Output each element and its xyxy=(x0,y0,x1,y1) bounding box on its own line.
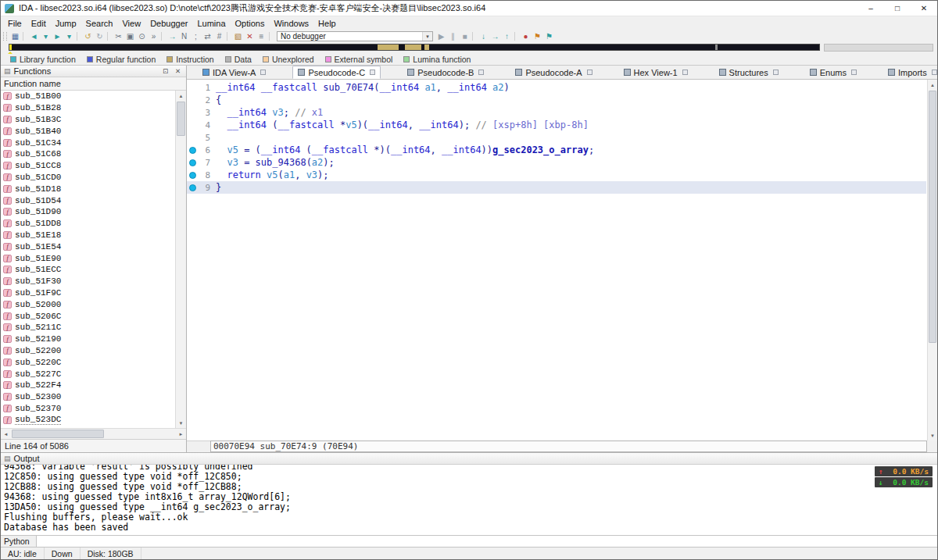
breakpoints-icon[interactable]: ● xyxy=(520,31,532,42)
function-row[interactable]: fsub_51D54 xyxy=(1,194,175,206)
line-address-dot[interactable] xyxy=(187,159,198,166)
scroll-left-button[interactable]: ◄ xyxy=(1,429,11,439)
output-panel-titlebar[interactable]: ▤ Output xyxy=(1,453,937,465)
function-row[interactable]: fsub_51E54 xyxy=(1,241,175,252)
tab-close-box[interactable] xyxy=(932,70,937,75)
menu-edit[interactable]: Edit xyxy=(27,16,51,30)
menu-file[interactable]: File xyxy=(3,16,27,30)
rename-icon[interactable]: N xyxy=(178,31,190,42)
code-line[interactable]: 1__int64 __fastcall sub_70E74(__int64 a1… xyxy=(187,81,926,94)
tab-hex-view-1[interactable]: Hex View-1 xyxy=(619,66,693,79)
code-line[interactable]: 6 v5 = (__int64 (__fastcall *)(__int64, … xyxy=(187,144,926,156)
copy-icon[interactable]: ▣ xyxy=(124,31,136,42)
function-row[interactable]: fsub_52000 xyxy=(1,298,175,310)
forward-history-icon[interactable]: ▾ xyxy=(63,31,75,42)
save-icon[interactable]: ▦ xyxy=(9,31,21,42)
scroll-thumb[interactable] xyxy=(929,91,936,343)
debugger-select[interactable]: No debugger ▼ xyxy=(277,31,433,41)
line-address-dot[interactable] xyxy=(187,184,198,191)
function-row[interactable]: fsub_5211C xyxy=(1,322,175,334)
problems-icon[interactable]: ✕ xyxy=(244,31,256,42)
panel-close-icon[interactable]: ✕ xyxy=(173,67,183,75)
tab-close-box[interactable] xyxy=(851,70,857,75)
function-row[interactable]: fsub_51ECC xyxy=(1,264,175,276)
function-row[interactable]: fsub_5227C xyxy=(1,368,175,380)
step-over-icon[interactable]: → xyxy=(489,31,501,42)
code-line[interactable]: 2{ xyxy=(187,94,926,106)
code-line[interactable]: 5 xyxy=(187,131,926,144)
menu-jump[interactable]: Jump xyxy=(51,16,81,30)
tab-close-box[interactable] xyxy=(478,70,484,75)
function-row[interactable]: fsub_51CC8 xyxy=(1,160,175,172)
tab-pseudocode-b[interactable]: Pseudocode-B xyxy=(403,66,489,79)
function-row[interactable]: fsub_523DC xyxy=(1,414,175,426)
navigator-band[interactable] xyxy=(9,44,820,51)
tab-ida-view-a[interactable]: IDA View-A xyxy=(198,66,270,79)
options-icon[interactable]: ≡ xyxy=(256,31,267,42)
tab-close-box[interactable] xyxy=(370,70,375,75)
debug-stop-icon[interactable]: ■ xyxy=(459,31,471,42)
line-address-dot[interactable] xyxy=(187,147,198,154)
scroll-down-button[interactable]: ▼ xyxy=(176,418,186,428)
code-line[interactable]: 3 __int64 v3; // x1 xyxy=(187,106,926,119)
minimize-button[interactable]: – xyxy=(857,1,884,16)
function-row[interactable]: fsub_51B28 xyxy=(1,102,175,114)
colors-icon[interactable]: ▧ xyxy=(232,31,244,42)
function-row[interactable]: fsub_51D18 xyxy=(1,183,175,194)
function-row[interactable]: fsub_522F4 xyxy=(1,380,175,391)
function-row[interactable]: fsub_52370 xyxy=(1,403,175,415)
comment-icon[interactable]: ; xyxy=(190,31,202,42)
panel-float-icon[interactable]: ⊡ xyxy=(160,67,170,75)
jump-icon[interactable]: → xyxy=(166,31,178,42)
back-history-icon[interactable]: ▾ xyxy=(40,31,52,42)
menu-windows[interactable]: Windows xyxy=(269,16,313,30)
function-row[interactable]: fsub_51B40 xyxy=(1,125,175,137)
function-row[interactable]: fsub_51C34 xyxy=(1,137,175,148)
flag-icon[interactable]: ⚑ xyxy=(532,31,543,42)
menu-help[interactable]: Help xyxy=(313,16,341,30)
function-row[interactable]: fsub_5220C xyxy=(1,356,175,368)
menu-search[interactable]: Search xyxy=(81,16,118,30)
scroll-thumb[interactable] xyxy=(177,102,185,136)
tab-pseudocode-c[interactable]: Pseudocode-C xyxy=(292,66,381,79)
code-line[interactable]: 9} xyxy=(187,181,926,194)
tab-close-box[interactable] xyxy=(587,70,593,75)
menu-options[interactable]: Options xyxy=(231,16,270,30)
run-until-return-icon[interactable]: ↑ xyxy=(501,31,513,42)
scroll-down-button[interactable]: ▼ xyxy=(928,430,937,441)
calculator-icon[interactable]: # xyxy=(213,31,225,42)
scroll-up-button[interactable]: ▲ xyxy=(176,91,186,101)
menu-debugger[interactable]: Debugger xyxy=(145,16,192,30)
function-row[interactable]: fsub_51CD0 xyxy=(1,172,175,184)
output-log[interactable]: 94368: variable 'result' is possibly und… xyxy=(1,465,937,535)
functions-horizontal-scrollbar[interactable]: ◄ ► xyxy=(1,428,186,439)
function-row[interactable]: fsub_52190 xyxy=(1,334,175,345)
tab-close-box[interactable] xyxy=(682,70,688,75)
close-button[interactable]: ✕ xyxy=(911,1,937,16)
search-icon[interactable]: ⊙ xyxy=(136,31,148,42)
function-name-column-header[interactable]: Function name xyxy=(1,77,186,91)
function-row[interactable]: fsub_51B00 xyxy=(1,91,175,102)
scroll-thumb[interactable] xyxy=(12,430,104,438)
menu-view[interactable]: View xyxy=(117,16,145,30)
pseudocode-view[interactable]: 1__int64 __fastcall sub_70E74(__int64 a1… xyxy=(187,80,937,441)
code-line[interactable]: 4 __int64 (__fastcall *v5)(__int64, __in… xyxy=(187,119,926,131)
tab-close-box[interactable] xyxy=(260,70,266,75)
code-vertical-scrollbar[interactable]: ▲ ▼ xyxy=(927,80,937,441)
back-icon[interactable]: ◄ xyxy=(28,31,40,42)
debug-continue-icon[interactable]: ▶ xyxy=(435,31,447,42)
function-row[interactable]: fsub_51B3C xyxy=(1,114,175,126)
function-row[interactable]: fsub_51E18 xyxy=(1,230,175,241)
undo-icon[interactable]: ↺ xyxy=(82,31,94,42)
scroll-right-button[interactable]: ► xyxy=(176,429,186,439)
line-address-dot[interactable] xyxy=(187,172,198,179)
code-line[interactable]: 7 v3 = sub_94368(a2); xyxy=(187,156,926,169)
search-next-icon[interactable]: » xyxy=(148,31,159,42)
scroll-up-button[interactable]: ▲ xyxy=(928,80,937,90)
function-row[interactable]: fsub_51F9C xyxy=(1,287,175,299)
app-icon[interactable] xyxy=(5,4,14,13)
function-row[interactable]: fsub_5206C xyxy=(1,310,175,322)
function-row[interactable]: fsub_51DD8 xyxy=(1,218,175,230)
xrefs-icon[interactable]: ⇄ xyxy=(202,31,213,42)
redo-icon[interactable]: ↻ xyxy=(94,31,106,42)
